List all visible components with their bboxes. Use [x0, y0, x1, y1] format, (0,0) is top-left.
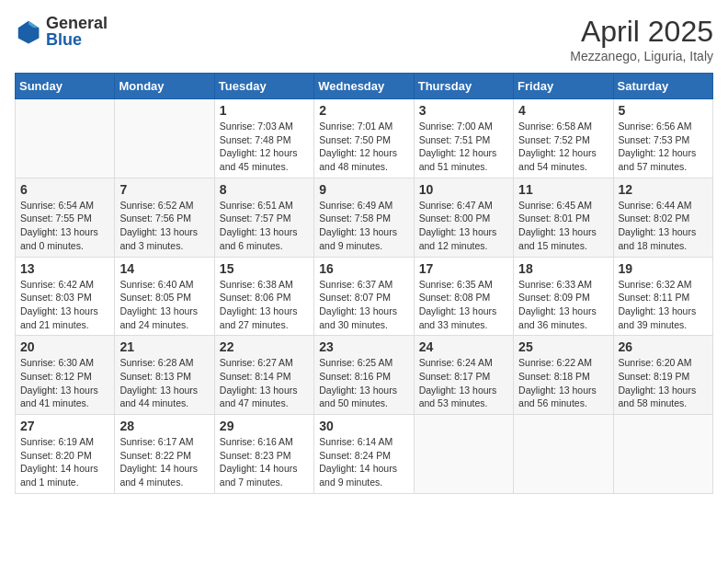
day-number: 3: [419, 103, 508, 118]
day-info: Sunrise: 6:19 AM Sunset: 8:20 PM Dayligh…: [20, 435, 109, 489]
calendar-day-cell: 4Sunrise: 6:58 AM Sunset: 7:52 PM Daylig…: [514, 99, 613, 178]
day-number: 27: [20, 419, 109, 433]
calendar-day-cell: 7Sunrise: 6:52 AM Sunset: 7:56 PM Daylig…: [115, 178, 214, 257]
calendar-day-cell: 16Sunrise: 6:37 AM Sunset: 8:07 PM Dayli…: [314, 257, 414, 336]
calendar-day-cell: 30Sunrise: 6:14 AM Sunset: 8:24 PM Dayli…: [314, 415, 414, 494]
weekday-header: Friday: [514, 74, 613, 99]
weekday-header: Wednesday: [314, 74, 414, 99]
month-title: April 2025: [570, 15, 713, 49]
calendar-day-cell: 27Sunrise: 6:19 AM Sunset: 8:20 PM Dayli…: [16, 415, 115, 494]
day-info: Sunrise: 6:49 AM Sunset: 7:58 PM Dayligh…: [319, 199, 408, 253]
calendar-day-cell: 6Sunrise: 6:54 AM Sunset: 7:55 PM Daylig…: [16, 178, 115, 257]
day-info: Sunrise: 7:00 AM Sunset: 7:51 PM Dayligh…: [419, 120, 508, 174]
day-number: 2: [319, 103, 408, 118]
calendar-day-cell: 25Sunrise: 6:22 AM Sunset: 8:18 PM Dayli…: [514, 336, 613, 415]
day-number: 19: [619, 261, 708, 276]
day-number: 24: [419, 339, 508, 354]
calendar-day-cell: 29Sunrise: 6:16 AM Sunset: 8:23 PM Dayli…: [214, 415, 313, 494]
day-info: Sunrise: 6:14 AM Sunset: 8:24 PM Dayligh…: [319, 435, 408, 489]
day-info: Sunrise: 6:51 AM Sunset: 7:57 PM Dayligh…: [220, 199, 309, 253]
day-number: 9: [319, 182, 408, 197]
day-number: 15: [220, 261, 309, 276]
logo-blue-text: Blue: [46, 31, 108, 48]
calendar-day-cell: 13Sunrise: 6:42 AM Sunset: 8:03 PM Dayli…: [16, 257, 115, 336]
day-info: Sunrise: 7:03 AM Sunset: 7:48 PM Dayligh…: [220, 120, 309, 174]
day-info: Sunrise: 6:32 AM Sunset: 8:11 PM Dayligh…: [619, 278, 708, 332]
weekday-header: Tuesday: [214, 74, 313, 99]
day-number: 14: [119, 261, 209, 276]
calendar-day-cell: 10Sunrise: 6:47 AM Sunset: 8:00 PM Dayli…: [414, 178, 513, 257]
calendar-week-row: 6Sunrise: 6:54 AM Sunset: 7:55 PM Daylig…: [16, 178, 713, 257]
day-number: 1: [220, 103, 309, 118]
day-info: Sunrise: 6:33 AM Sunset: 8:09 PM Dayligh…: [518, 278, 608, 332]
day-info: Sunrise: 6:42 AM Sunset: 8:03 PM Dayligh…: [20, 278, 109, 332]
page-header: General Blue April 2025 Mezzanego, Ligur…: [15, 15, 713, 63]
day-info: Sunrise: 6:47 AM Sunset: 8:00 PM Dayligh…: [419, 199, 508, 253]
day-info: Sunrise: 7:01 AM Sunset: 7:50 PM Dayligh…: [319, 120, 408, 174]
day-info: Sunrise: 6:28 AM Sunset: 8:13 PM Dayligh…: [119, 356, 209, 410]
day-number: 12: [619, 182, 708, 197]
calendar-day-cell: 8Sunrise: 6:51 AM Sunset: 7:57 PM Daylig…: [214, 178, 313, 257]
day-number: 21: [119, 339, 209, 354]
calendar-day-cell: 20Sunrise: 6:30 AM Sunset: 8:12 PM Dayli…: [16, 336, 115, 415]
weekday-header: Thursday: [414, 74, 513, 99]
day-info: Sunrise: 6:40 AM Sunset: 8:05 PM Dayligh…: [119, 278, 209, 332]
day-number: 10: [419, 182, 508, 197]
day-info: Sunrise: 6:22 AM Sunset: 8:18 PM Dayligh…: [518, 356, 608, 410]
calendar-day-cell: 15Sunrise: 6:38 AM Sunset: 8:06 PM Dayli…: [214, 257, 313, 336]
day-number: 28: [119, 419, 209, 433]
day-number: 7: [119, 182, 209, 197]
calendar-day-cell: 14Sunrise: 6:40 AM Sunset: 8:05 PM Dayli…: [115, 257, 214, 336]
day-number: 29: [220, 419, 309, 433]
calendar-day-cell: [16, 99, 115, 178]
calendar-day-cell: 1Sunrise: 7:03 AM Sunset: 7:48 PM Daylig…: [214, 99, 313, 178]
day-info: Sunrise: 6:20 AM Sunset: 8:19 PM Dayligh…: [619, 356, 708, 410]
day-number: 6: [20, 182, 109, 197]
day-number: 13: [20, 261, 109, 276]
day-number: 25: [518, 339, 608, 354]
day-number: 26: [619, 339, 708, 354]
calendar-day-cell: 2Sunrise: 7:01 AM Sunset: 7:50 PM Daylig…: [314, 99, 414, 178]
calendar-day-cell: [514, 415, 613, 494]
calendar-day-cell: 23Sunrise: 6:25 AM Sunset: 8:16 PM Dayli…: [314, 336, 414, 415]
day-info: Sunrise: 6:16 AM Sunset: 8:23 PM Dayligh…: [220, 435, 309, 489]
day-info: Sunrise: 6:25 AM Sunset: 8:16 PM Dayligh…: [319, 356, 408, 410]
calendar-day-cell: 17Sunrise: 6:35 AM Sunset: 8:08 PM Dayli…: [414, 257, 513, 336]
calendar-day-cell: 21Sunrise: 6:28 AM Sunset: 8:13 PM Dayli…: [115, 336, 214, 415]
calendar-week-row: 1Sunrise: 7:03 AM Sunset: 7:48 PM Daylig…: [16, 99, 713, 178]
day-number: 8: [220, 182, 309, 197]
calendar-day-cell: 26Sunrise: 6:20 AM Sunset: 8:19 PM Dayli…: [613, 336, 712, 415]
day-info: Sunrise: 6:17 AM Sunset: 8:22 PM Dayligh…: [119, 435, 209, 489]
calendar-week-row: 27Sunrise: 6:19 AM Sunset: 8:20 PM Dayli…: [16, 415, 713, 494]
logo-general-text: General: [46, 15, 108, 31]
calendar-day-cell: [414, 415, 513, 494]
calendar-day-cell: 3Sunrise: 7:00 AM Sunset: 7:51 PM Daylig…: [414, 99, 513, 178]
day-info: Sunrise: 6:24 AM Sunset: 8:17 PM Dayligh…: [419, 356, 508, 410]
logo-icon: [15, 17, 42, 45]
logo: General Blue: [15, 15, 108, 48]
day-number: 22: [220, 339, 309, 354]
day-info: Sunrise: 6:37 AM Sunset: 8:07 PM Dayligh…: [319, 278, 408, 332]
calendar-day-cell: 12Sunrise: 6:44 AM Sunset: 8:02 PM Dayli…: [613, 178, 712, 257]
calendar-day-cell: 19Sunrise: 6:32 AM Sunset: 8:11 PM Dayli…: [613, 257, 712, 336]
day-info: Sunrise: 6:35 AM Sunset: 8:08 PM Dayligh…: [419, 278, 508, 332]
calendar-day-cell: 5Sunrise: 6:56 AM Sunset: 7:53 PM Daylig…: [613, 99, 712, 178]
day-number: 11: [518, 182, 608, 197]
calendar-day-cell: 18Sunrise: 6:33 AM Sunset: 8:09 PM Dayli…: [514, 257, 613, 336]
weekday-header: Saturday: [613, 74, 712, 99]
calendar-day-cell: 28Sunrise: 6:17 AM Sunset: 8:22 PM Dayli…: [115, 415, 214, 494]
weekday-header: Sunday: [16, 74, 115, 99]
day-info: Sunrise: 6:58 AM Sunset: 7:52 PM Dayligh…: [518, 120, 608, 174]
calendar-week-row: 20Sunrise: 6:30 AM Sunset: 8:12 PM Dayli…: [16, 336, 713, 415]
day-number: 17: [419, 261, 508, 276]
day-number: 20: [20, 339, 109, 354]
day-info: Sunrise: 6:52 AM Sunset: 7:56 PM Dayligh…: [119, 199, 209, 253]
calendar-week-row: 13Sunrise: 6:42 AM Sunset: 8:03 PM Dayli…: [16, 257, 713, 336]
day-info: Sunrise: 6:56 AM Sunset: 7:53 PM Dayligh…: [619, 120, 708, 174]
day-info: Sunrise: 6:38 AM Sunset: 8:06 PM Dayligh…: [220, 278, 309, 332]
location-text: Mezzanego, Liguria, Italy: [570, 49, 713, 63]
day-number: 23: [319, 339, 408, 354]
day-info: Sunrise: 6:45 AM Sunset: 8:01 PM Dayligh…: [518, 199, 608, 253]
calendar-day-cell: [613, 415, 712, 494]
calendar-day-cell: 9Sunrise: 6:49 AM Sunset: 7:58 PM Daylig…: [314, 178, 414, 257]
